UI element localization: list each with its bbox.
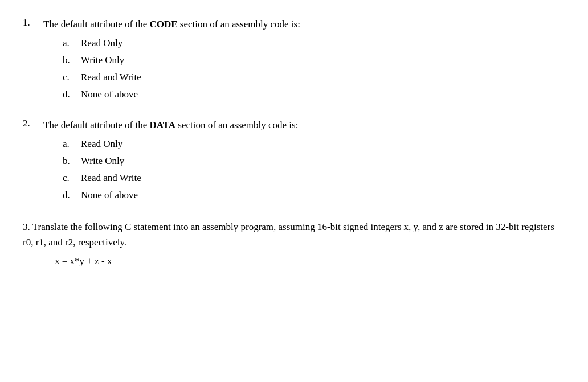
list-item: d. None of above: [63, 87, 565, 102]
option-letter: c.: [63, 170, 81, 186]
question-2: 2. The default attribute of the DATA sec…: [23, 118, 565, 203]
option-text: Read and Write: [81, 69, 141, 85]
question-2-number: 2.: [23, 118, 43, 129]
list-item: d. None of above: [63, 187, 565, 203]
question-1-text: The default attribute of the CODE sectio…: [43, 17, 300, 32]
option-letter: b.: [63, 52, 81, 68]
question-3-equation: x = x*y + z - x: [55, 253, 565, 269]
option-letter: d.: [63, 187, 81, 203]
question-1-options: a. Read Only b. Write Only c. Read and W…: [63, 35, 565, 102]
list-item: a. Read Only: [63, 136, 565, 151]
option-text: Write Only: [81, 52, 124, 68]
option-letter: a.: [63, 136, 81, 151]
option-text: Read Only: [81, 35, 122, 51]
option-letter: b.: [63, 153, 81, 169]
option-letter: c.: [63, 69, 81, 85]
list-item: a. Read Only: [63, 35, 565, 51]
option-letter: d.: [63, 87, 81, 102]
option-text: Write Only: [81, 153, 124, 169]
question-2-text: The default attribute of the DATA sectio…: [43, 118, 298, 133]
option-text: None of above: [81, 187, 138, 203]
question-1: 1. The default attribute of the CODE sec…: [23, 17, 565, 102]
question-3-text: 3. Translate the following C statement i…: [23, 219, 565, 250]
option-letter: a.: [63, 35, 81, 51]
option-text: Read and Write: [81, 170, 141, 186]
question-1-number: 1.: [23, 17, 43, 28]
list-item: b. Write Only: [63, 52, 565, 68]
list-item: c. Read and Write: [63, 170, 565, 186]
list-item: b. Write Only: [63, 153, 565, 169]
option-text: None of above: [81, 87, 138, 102]
question-2-options: a. Read Only b. Write Only c. Read and W…: [63, 136, 565, 203]
question-3: 3. Translate the following C statement i…: [23, 219, 565, 269]
option-text: Read Only: [81, 136, 122, 151]
list-item: c. Read and Write: [63, 69, 565, 85]
